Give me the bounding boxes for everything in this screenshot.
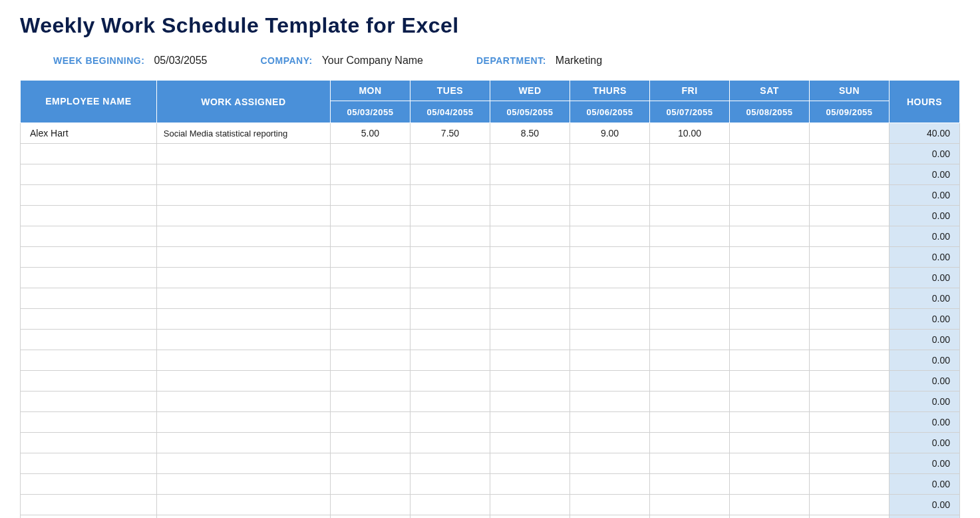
day-cell[interactable] [650, 164, 730, 185]
day-cell[interactable] [410, 164, 490, 185]
day-cell[interactable] [570, 350, 650, 371]
day-cell[interactable] [330, 474, 410, 495]
work-assigned-cell[interactable] [156, 206, 330, 226]
employee-name-cell[interactable] [21, 226, 157, 247]
day-cell[interactable] [650, 247, 730, 268]
day-cell[interactable] [650, 371, 730, 391]
day-cell[interactable]: 9.00 [570, 123, 650, 144]
day-cell[interactable] [730, 474, 810, 495]
day-cell[interactable] [570, 226, 650, 247]
employee-name-cell[interactable] [21, 495, 157, 515]
day-cell[interactable] [330, 268, 410, 288]
day-cell[interactable] [330, 433, 410, 453]
day-cell[interactable] [650, 515, 730, 519]
day-cell[interactable] [570, 391, 650, 412]
day-cell[interactable] [810, 288, 890, 309]
day-cell[interactable] [570, 206, 650, 226]
day-cell[interactable] [490, 433, 570, 453]
day-cell[interactable] [730, 164, 810, 185]
day-cell[interactable] [810, 371, 890, 391]
day-cell[interactable] [810, 495, 890, 515]
day-cell[interactable] [330, 371, 410, 391]
day-cell[interactable] [570, 433, 650, 453]
day-cell[interactable] [330, 185, 410, 206]
day-cell[interactable] [650, 391, 730, 412]
work-assigned-cell[interactable] [156, 268, 330, 288]
day-cell[interactable] [570, 474, 650, 495]
day-cell[interactable] [810, 185, 890, 206]
day-cell[interactable] [410, 412, 490, 433]
day-cell[interactable] [730, 247, 810, 268]
day-cell[interactable] [490, 412, 570, 433]
day-cell[interactable] [810, 309, 890, 330]
work-assigned-cell[interactable] [156, 288, 330, 309]
day-cell[interactable] [330, 495, 410, 515]
day-cell[interactable] [490, 268, 570, 288]
day-cell[interactable] [570, 144, 650, 164]
day-cell[interactable] [490, 206, 570, 226]
day-cell[interactable] [570, 412, 650, 433]
day-cell[interactable] [810, 412, 890, 433]
day-cell[interactable] [730, 226, 810, 247]
day-cell[interactable] [410, 350, 490, 371]
day-cell[interactable] [810, 515, 890, 519]
day-cell[interactable] [810, 268, 890, 288]
day-cell[interactable] [650, 288, 730, 309]
day-cell[interactable] [410, 433, 490, 453]
day-cell[interactable] [650, 330, 730, 350]
day-cell[interactable] [490, 515, 570, 519]
day-cell[interactable] [410, 185, 490, 206]
day-cell[interactable]: 10.00 [650, 123, 730, 144]
day-cell[interactable] [490, 453, 570, 474]
employee-name-cell[interactable] [21, 412, 157, 433]
day-cell[interactable] [490, 474, 570, 495]
day-cell[interactable] [810, 453, 890, 474]
day-cell[interactable] [330, 288, 410, 309]
day-cell[interactable] [330, 247, 410, 268]
employee-name-cell[interactable] [21, 371, 157, 391]
day-cell[interactable] [570, 453, 650, 474]
day-cell[interactable] [730, 495, 810, 515]
day-cell[interactable] [730, 391, 810, 412]
employee-name-cell[interactable] [21, 391, 157, 412]
work-assigned-cell[interactable] [156, 412, 330, 433]
day-cell[interactable] [570, 247, 650, 268]
work-assigned-cell[interactable] [156, 309, 330, 330]
day-cell[interactable] [810, 247, 890, 268]
day-cell[interactable] [570, 288, 650, 309]
day-cell[interactable] [330, 206, 410, 226]
day-cell[interactable] [490, 288, 570, 309]
day-cell[interactable] [410, 330, 490, 350]
employee-name-cell[interactable] [21, 185, 157, 206]
day-cell[interactable] [650, 495, 730, 515]
employee-name-cell[interactable] [21, 330, 157, 350]
day-cell[interactable] [330, 330, 410, 350]
day-cell[interactable] [410, 515, 490, 519]
day-cell[interactable] [410, 309, 490, 330]
day-cell[interactable] [650, 226, 730, 247]
work-assigned-cell[interactable] [156, 474, 330, 495]
work-assigned-cell[interactable] [156, 330, 330, 350]
day-cell[interactable] [730, 288, 810, 309]
employee-name-cell[interactable] [21, 433, 157, 453]
day-cell[interactable] [730, 371, 810, 391]
work-assigned-cell[interactable] [156, 226, 330, 247]
day-cell[interactable] [650, 412, 730, 433]
day-cell[interactable] [810, 144, 890, 164]
day-cell[interactable] [410, 206, 490, 226]
day-cell[interactable] [570, 495, 650, 515]
day-cell[interactable] [490, 309, 570, 330]
employee-name-cell[interactable] [21, 474, 157, 495]
day-cell[interactable] [570, 185, 650, 206]
day-cell[interactable] [730, 144, 810, 164]
work-assigned-cell[interactable] [156, 144, 330, 164]
day-cell[interactable] [490, 495, 570, 515]
work-assigned-cell[interactable] [156, 433, 330, 453]
day-cell[interactable] [810, 350, 890, 371]
day-cell[interactable]: 5.00 [330, 123, 410, 144]
day-cell[interactable] [570, 371, 650, 391]
employee-name-cell[interactable] [21, 247, 157, 268]
day-cell[interactable] [730, 206, 810, 226]
employee-name-cell[interactable] [21, 515, 157, 519]
day-cell[interactable] [650, 350, 730, 371]
